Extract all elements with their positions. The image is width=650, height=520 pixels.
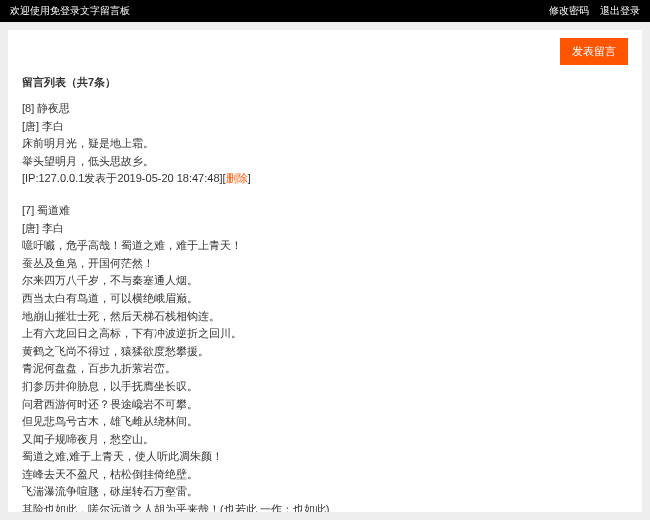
message-body: 床前明月光，疑是地上霜。 举头望明月，低头思故乡。 bbox=[22, 135, 628, 170]
message-author: [唐] 李白 bbox=[22, 118, 628, 136]
message-body: 噫吁嚱，危乎高哉！蜀道之难，难于上青天！ 蚕丛及鱼凫，开国何茫然！ 尔来四万八千… bbox=[22, 237, 628, 512]
message-item: [7] 蜀道难[唐] 李白噫吁嚱，危乎高哉！蜀道之难，难于上青天！ 蚕丛及鱼凫，… bbox=[22, 202, 628, 512]
topbar-right: 修改密码 退出登录 bbox=[541, 0, 640, 22]
message-meta: [IP:127.0.0.1发表于2019-05-20 18:47:48][删除] bbox=[22, 170, 628, 188]
message-item: [8] 静夜思[唐] 李白床前明月光，疑是地上霜。 举头望明月，低头思故乡。[I… bbox=[22, 100, 628, 188]
message-index: [8] 静夜思 bbox=[22, 100, 628, 118]
top-bar: 欢迎使用免登录文字留言板 修改密码 退出登录 bbox=[0, 0, 650, 22]
list-title: 留言列表（共7条） bbox=[22, 75, 628, 90]
delete-link[interactable]: 删除 bbox=[226, 172, 248, 184]
button-row: 发表留言 bbox=[22, 38, 628, 65]
welcome-text: 欢迎使用免登录文字留言板 bbox=[10, 0, 130, 22]
main-panel: 发表留言 留言列表（共7条） [8] 静夜思[唐] 李白床前明月光，疑是地上霜。… bbox=[8, 30, 642, 512]
message-list: [8] 静夜思[唐] 李白床前明月光，疑是地上霜。 举头望明月，低头思故乡。[I… bbox=[22, 100, 628, 512]
message-index: [7] 蜀道难 bbox=[22, 202, 628, 220]
post-message-button[interactable]: 发表留言 bbox=[560, 38, 628, 65]
message-author: [唐] 李白 bbox=[22, 220, 628, 238]
change-password-link[interactable]: 修改密码 bbox=[549, 5, 589, 16]
logout-link[interactable]: 退出登录 bbox=[600, 5, 640, 16]
